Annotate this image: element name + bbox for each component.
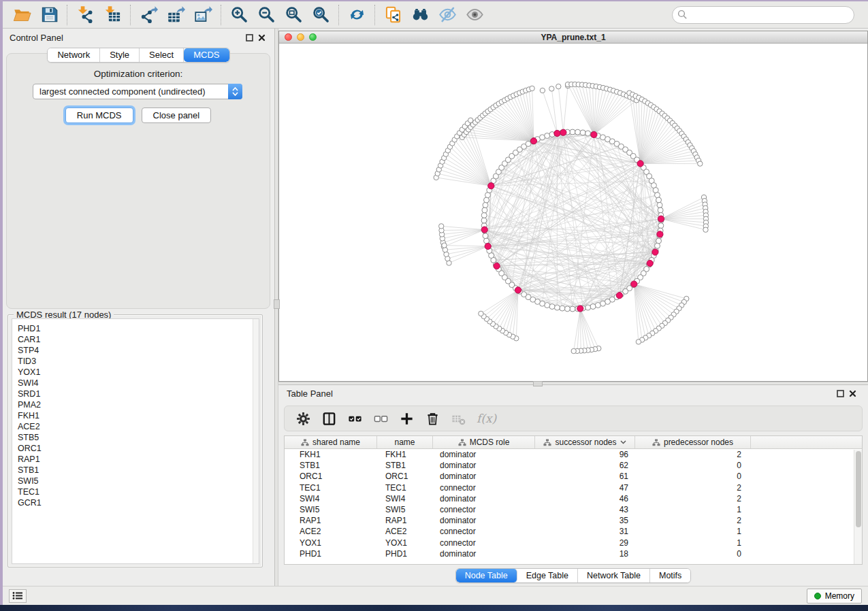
mcds-result-node[interactable]: STP4: [18, 345, 253, 356]
export-image-button[interactable]: [189, 3, 216, 27]
table-cell: dominator: [433, 516, 535, 525]
close-panel-button[interactable]: [255, 31, 268, 44]
table-cell: SWI5: [377, 505, 433, 514]
mcds-result-node[interactable]: ACE2: [18, 421, 253, 432]
run-mcds-button[interactable]: Run MCDS: [65, 108, 133, 123]
column-header-successor-nodes[interactable]: successor nodes: [535, 436, 635, 448]
tab-style[interactable]: Style: [100, 48, 140, 62]
mcds-hub-node: [577, 306, 583, 312]
table-row[interactable]: TEC1TEC1connector472: [285, 482, 862, 493]
optimization-criterion-label: Optimization criterion:: [7, 69, 270, 79]
binoculars-icon: [411, 5, 430, 24]
save-session-button[interactable]: [35, 3, 63, 27]
table-row[interactable]: STB1STB1dominator620: [285, 460, 862, 471]
zoom-out-button[interactable]: [253, 3, 280, 27]
export-network-button[interactable]: [135, 3, 162, 27]
float-table-panel-button[interactable]: [834, 387, 846, 399]
table-row[interactable]: FKH1FKH1dominator962: [285, 449, 862, 460]
hide-selected-button[interactable]: [434, 3, 461, 27]
horizontal-splitter[interactable]: [278, 382, 868, 385]
table-settings-button[interactable]: [291, 408, 315, 429]
mcds-result-node[interactable]: SWI5: [18, 476, 253, 486]
folder-open-icon: [13, 5, 31, 24]
tab-network-table[interactable]: Network Table: [578, 569, 650, 582]
control-panel-header: Control Panel: [3, 29, 274, 46]
export-table-button[interactable]: [162, 3, 189, 27]
select-all-rows-button[interactable]: [343, 408, 366, 429]
table-cell: 46: [535, 494, 635, 503]
table-row[interactable]: ACE2ACE2connector311: [285, 526, 862, 537]
mcds-result-node[interactable]: YOX1: [18, 367, 253, 378]
tab-edge-table[interactable]: Edge Table: [517, 569, 578, 582]
column-header-shared-name[interactable]: shared name: [285, 436, 377, 448]
criterion-select[interactable]: largest connected component (undirected): [33, 84, 242, 99]
table-row[interactable]: ORC1ORC1dominator610: [285, 471, 862, 482]
mcds-result-node[interactable]: SRD1: [18, 389, 253, 399]
tab-network[interactable]: Network: [48, 48, 100, 62]
graph-node: [484, 238, 489, 244]
mcds-result-node[interactable]: PHD1: [18, 323, 253, 334]
main-toolbar: [3, 1, 868, 29]
tab-mcds[interactable]: MCDS: [184, 48, 229, 62]
deselect-all-rows-button[interactable]: [369, 408, 392, 429]
import-network-from-file-button[interactable]: [71, 3, 99, 27]
column-header-MCDS-role[interactable]: MCDS role: [433, 436, 535, 448]
graph-node: [556, 84, 561, 88]
mcds-result-node[interactable]: TEC1: [18, 486, 253, 497]
list-scrollbar[interactable]: [253, 319, 259, 563]
tab-node-table[interactable]: Node Table: [456, 569, 517, 582]
table-cell: 1: [635, 527, 751, 536]
table-cell: SWI4: [377, 494, 433, 503]
window-close-button[interactable]: [285, 33, 292, 41]
mcds-result-node[interactable]: CAR1: [18, 334, 253, 345]
mcds-result-node[interactable]: FKH1: [18, 410, 253, 421]
table-row[interactable]: PHD1PHD1dominator180: [285, 548, 862, 559]
apply-layout-button[interactable]: [343, 3, 370, 27]
open-network-button[interactable]: [8, 3, 35, 27]
memory-button[interactable]: Memory: [807, 589, 862, 604]
mcds-result-node[interactable]: ORC1: [18, 443, 253, 454]
network-window-titlebar[interactable]: YPA_prune.txt_1: [279, 31, 867, 44]
window-maximize-button[interactable]: [309, 33, 317, 41]
mcds-hub-node: [488, 183, 494, 189]
mcds-result-node[interactable]: TID3: [18, 356, 253, 367]
import-table-from-file-button[interactable]: [99, 3, 126, 27]
network-canvas[interactable]: [279, 44, 867, 381]
close-panel-action-button[interactable]: Close panel: [142, 108, 212, 123]
zoom-in-button[interactable]: [225, 3, 253, 27]
show-columns-button[interactable]: [317, 408, 340, 429]
add-row-button[interactable]: [395, 408, 418, 429]
mcds-result-node[interactable]: STB1: [18, 465, 253, 476]
mcds-hub-node: [616, 293, 622, 299]
graph-node: [656, 238, 662, 244]
table-row[interactable]: YOX1YOX1connector291: [285, 538, 862, 548]
tab-select[interactable]: Select: [140, 48, 184, 62]
delete-rows-button[interactable]: [421, 408, 444, 429]
window-minimize-button[interactable]: [297, 33, 304, 41]
tab-motifs[interactable]: Motifs: [650, 569, 690, 582]
mcds-result-node[interactable]: SWI4: [18, 378, 253, 389]
mcds-result-node[interactable]: STB5: [18, 432, 253, 443]
zoom-fit-content-button[interactable]: [280, 3, 307, 27]
mcds-result-node[interactable]: GCR1: [18, 497, 253, 508]
column-header-name[interactable]: name: [377, 436, 433, 448]
mcds-hub-node: [554, 130, 560, 136]
close-table-panel-button[interactable]: [846, 387, 858, 399]
task-history-button[interactable]: [9, 589, 27, 603]
table-row[interactable]: SWI4SWI4dominator462: [285, 493, 862, 504]
duplicate-network-button[interactable]: [379, 3, 406, 27]
mcds-result-node[interactable]: PMA2: [18, 399, 253, 410]
search-input[interactable]: [672, 6, 854, 24]
show-all-button[interactable]: [461, 3, 488, 27]
first-neighbors-button[interactable]: [406, 3, 434, 27]
mcds-result-node[interactable]: RAP1: [18, 454, 253, 465]
table-scrollbar[interactable]: [854, 450, 862, 564]
table-row[interactable]: SWI5SWI5connector431: [285, 504, 862, 515]
float-panel-button[interactable]: [243, 31, 255, 44]
vertical-splitter[interactable]: [274, 29, 278, 586]
column-header-predecessor-nodes[interactable]: predecessor nodes: [635, 436, 751, 448]
close-icon: [849, 390, 856, 397]
graph-node: [468, 118, 473, 122]
table-row[interactable]: RAP1RAP1dominator352: [285, 515, 862, 526]
zoom-selected-button[interactable]: [307, 3, 334, 27]
